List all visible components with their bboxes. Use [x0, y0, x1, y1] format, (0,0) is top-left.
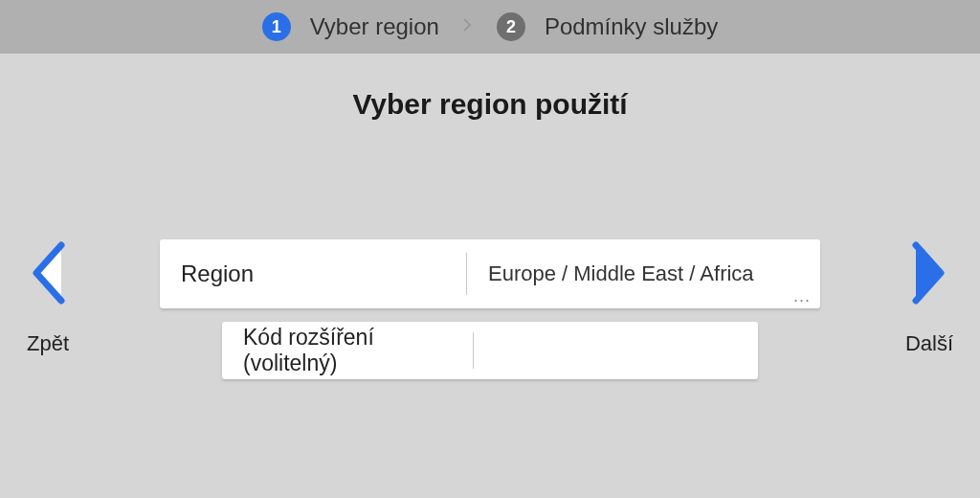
extension-code-row: Kód rozšíření (volitelný)	[222, 322, 758, 379]
step-1-circle: 1	[262, 12, 291, 41]
extension-code-label: Kód rozšíření (volitelný)	[222, 325, 473, 376]
step-2-number: 2	[506, 17, 516, 37]
step-1: 1 Vyber region	[262, 12, 439, 41]
step-1-number: 1	[272, 17, 281, 37]
step-1-label: Vyber region	[310, 13, 439, 40]
step-2-circle: 2	[497, 12, 525, 41]
nav-next: Další	[905, 239, 953, 356]
step-separator-icon	[462, 17, 474, 37]
ellipsis-icon: ...	[793, 286, 811, 306]
stepper-bar: 1 Vyber region 2 Podmínky služby	[0, 0, 980, 54]
next-label: Další	[905, 331, 953, 356]
region-selector[interactable]: Region Europe / Middle East / Africa ...	[160, 239, 820, 308]
step-2: 2 Podmínky služby	[497, 12, 718, 41]
step-2-label: Podmínky služby	[545, 13, 718, 40]
region-value: Europe / Middle East / Africa	[467, 261, 820, 286]
page-title: Vyber region použití	[0, 88, 980, 121]
back-button[interactable]	[27, 239, 69, 310]
fields-container: Region Europe / Middle East / Africa ...…	[160, 239, 820, 379]
chevron-left-icon	[27, 239, 69, 306]
extension-code-input[interactable]	[474, 322, 758, 379]
back-label: Zpět	[27, 331, 69, 356]
region-label: Region	[160, 260, 466, 287]
chevron-right-icon	[908, 239, 950, 306]
next-button[interactable]	[908, 239, 950, 310]
nav-back: Zpět	[27, 239, 69, 356]
